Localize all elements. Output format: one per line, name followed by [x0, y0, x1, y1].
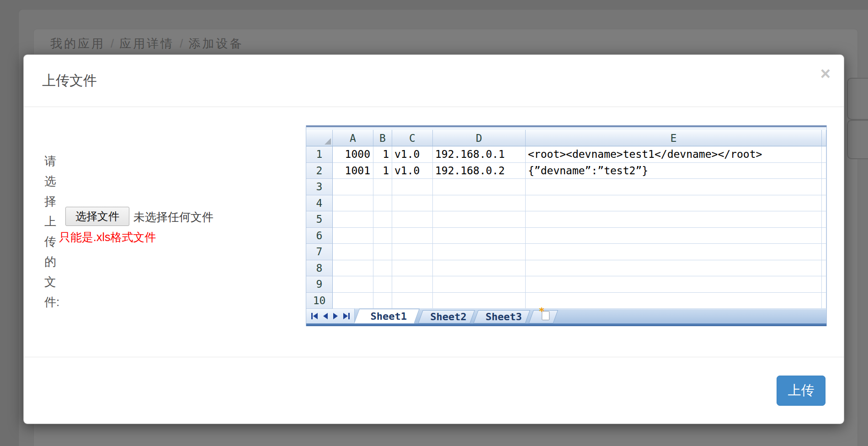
- insert-sheet-tab: *: [528, 310, 558, 323]
- upload-button[interactable]: 上传: [777, 376, 825, 406]
- spreadsheet-cell: [433, 179, 526, 195]
- spreadsheet-cell: [433, 244, 526, 260]
- row-number: 8: [306, 260, 333, 277]
- dialog-footer: 上传: [24, 357, 844, 424]
- spreadsheet-cell: 1: [373, 146, 392, 163]
- spreadsheet-cell: [373, 244, 392, 260]
- column-header-partial: [822, 130, 826, 146]
- spreadsheet-cell: [392, 244, 433, 260]
- spreadsheet-cell: [373, 260, 392, 277]
- spreadsheet-cell: [392, 228, 433, 244]
- upload-file-label: 请选择上传的文件:: [44, 151, 58, 312]
- upload-file-dialog: 上传文件 × 请选择上传的文件: 选择文件 未选择任何文件 只能是.xls格式文…: [23, 54, 844, 424]
- spreadsheet-cell: [392, 211, 433, 228]
- spreadsheet-cell: [433, 228, 526, 244]
- spreadsheet-row: 6: [306, 228, 826, 244]
- spreadsheet-cell: [333, 179, 373, 195]
- spreadsheet-cell: [333, 228, 373, 244]
- choose-file-button[interactable]: 选择文件: [65, 207, 129, 226]
- spreadsheet-cell: [526, 244, 822, 260]
- dialog-header: 上传文件 ×: [24, 55, 844, 107]
- sheet-tab-band: Sheet1 Sheet2 Sheet3 *: [306, 309, 826, 323]
- spreadsheet-cell: [373, 228, 392, 244]
- spreadsheet-cell: [526, 293, 822, 309]
- spreadsheet-cell: [373, 276, 392, 293]
- spreadsheet-cell: [373, 195, 392, 212]
- spreadsheet-cell: [333, 260, 373, 277]
- next-sheet-icon: [333, 313, 338, 319]
- screen: 我的应用/应用详情/添加设备 上传文件 × 请选择上传的文件: 选择文件 未选择…: [0, 0, 868, 446]
- spreadsheet-cell: [822, 211, 826, 228]
- spreadsheet-cell: 1000: [333, 146, 373, 163]
- spreadsheet-cell: [333, 293, 373, 309]
- spreadsheet-cell: [333, 211, 373, 228]
- file-status-text: 未选择任何文件: [133, 210, 213, 225]
- prev-sheet-icon: [323, 313, 328, 319]
- row-number: 1: [306, 146, 333, 163]
- spreadsheet-cell: [526, 179, 822, 195]
- spreadsheet-row: 5: [306, 211, 826, 228]
- spreadsheet-row: 7: [306, 244, 826, 260]
- spreadsheet-cell: [822, 228, 826, 244]
- spreadsheet-cell: [822, 244, 826, 260]
- insert-sheet-icon: *: [542, 311, 549, 320]
- row-number: 7: [306, 244, 333, 260]
- spreadsheet-cell: [433, 276, 526, 293]
- column-header-d: D: [433, 130, 526, 146]
- spreadsheet-cell: [822, 260, 826, 277]
- close-icon[interactable]: ×: [820, 65, 831, 82]
- select-all-corner: [306, 130, 333, 146]
- spreadsheet-cell: 1001: [333, 163, 373, 179]
- spreadsheet-cell: [526, 276, 822, 293]
- spreadsheet-cell: <root><devname>test1</devname></root>: [526, 146, 822, 163]
- spreadsheet-cell: [822, 293, 826, 309]
- excel-example-screenshot: A B C D E 1 1000 1 v1.0 192.168.0.1 <roo…: [306, 125, 827, 326]
- column-header-a: A: [333, 130, 373, 146]
- spreadsheet-cell: [433, 260, 526, 277]
- column-header-e: E: [526, 130, 822, 146]
- spreadsheet-cell: [822, 163, 826, 179]
- spreadsheet-row: 2 1001 1 v1.0 192.168.0.2 {”devname”:”te…: [306, 163, 826, 179]
- spreadsheet-cell: {”devname”:”test2”}: [526, 163, 822, 179]
- spreadsheet-cell: [392, 260, 433, 277]
- spreadsheet-cell: [822, 276, 826, 293]
- column-header-c: C: [392, 130, 433, 146]
- spreadsheet-cell: [392, 276, 433, 293]
- spreadsheet-cell: [526, 211, 822, 228]
- spreadsheet-row: 9: [306, 276, 826, 293]
- spreadsheet-cell: 192.168.0.2: [433, 163, 526, 179]
- spreadsheet-cell: 192.168.0.1: [433, 146, 526, 163]
- sheet-tabs: Sheet1 Sheet2 Sheet3 *: [359, 309, 561, 323]
- last-sheet-icon: [343, 313, 350, 319]
- insert-sheet-star-icon: *: [539, 306, 544, 317]
- spreadsheet-cell: [822, 146, 826, 163]
- sheet-tab-sheet3: Sheet3: [473, 310, 530, 323]
- spreadsheet-cell: [373, 179, 392, 195]
- spreadsheet-cell: 1: [373, 163, 392, 179]
- spreadsheet-row: 3: [306, 179, 826, 195]
- tab-bar-bottom-strip: [306, 323, 826, 326]
- row-number: 2: [306, 163, 333, 179]
- file-format-hint: 只能是.xls格式文件: [59, 230, 156, 245]
- spreadsheet-cell: [433, 211, 526, 228]
- sheet-tab-sheet1: Sheet1: [354, 309, 420, 323]
- spreadsheet-cell: [392, 293, 433, 309]
- row-number: 4: [306, 195, 333, 212]
- spreadsheet-cell: [822, 195, 826, 212]
- dialog-body: 请选择上传的文件: 选择文件 未选择任何文件 只能是.xls格式文件 A B C…: [24, 107, 844, 358]
- spreadsheet-cell: [373, 211, 392, 228]
- spreadsheet-cell: [526, 228, 822, 244]
- spreadsheet-row: 4: [306, 195, 826, 212]
- spreadsheet-cell: [333, 195, 373, 212]
- row-number: 9: [306, 276, 333, 293]
- sheet-tab-sheet2: Sheet2: [418, 310, 475, 323]
- spreadsheet-cell: [333, 276, 373, 293]
- row-number: 5: [306, 211, 333, 228]
- spreadsheet-cell: [526, 195, 822, 212]
- row-number: 3: [306, 179, 333, 195]
- column-header-b: B: [373, 130, 392, 146]
- spreadsheet-row: 8: [306, 260, 826, 277]
- row-number: 6: [306, 228, 333, 244]
- spreadsheet-cell: [392, 179, 433, 195]
- sheet-tab-bar: Sheet1 Sheet2 Sheet3 *: [306, 309, 826, 326]
